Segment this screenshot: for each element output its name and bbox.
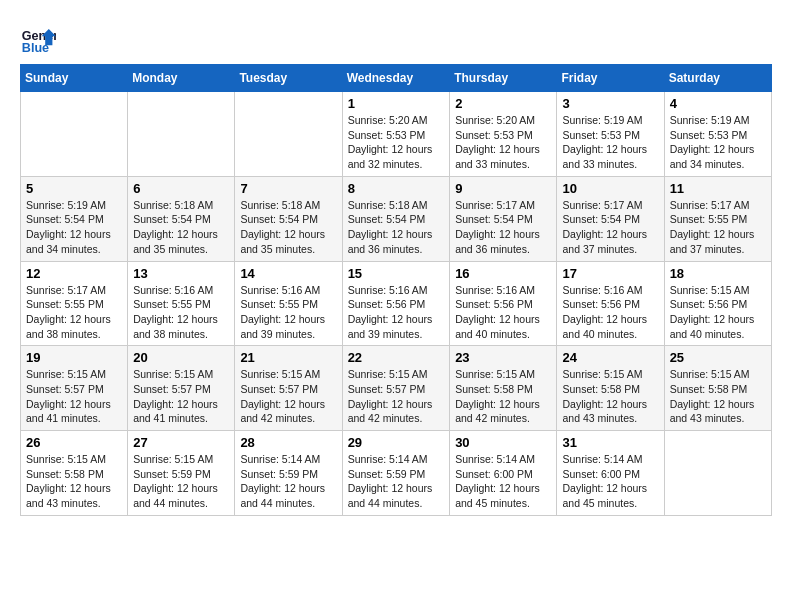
day-info: Sunrise: 5:19 AM Sunset: 5:53 PM Dayligh… (670, 113, 766, 172)
calendar-cell: 16Sunrise: 5:16 AM Sunset: 5:56 PM Dayli… (450, 261, 557, 346)
day-number: 8 (348, 181, 445, 196)
day-info: Sunrise: 5:15 AM Sunset: 5:57 PM Dayligh… (133, 367, 229, 426)
calendar-cell: 19Sunrise: 5:15 AM Sunset: 5:57 PM Dayli… (21, 346, 128, 431)
calendar-cell: 13Sunrise: 5:16 AM Sunset: 5:55 PM Dayli… (128, 261, 235, 346)
calendar-cell: 21Sunrise: 5:15 AM Sunset: 5:57 PM Dayli… (235, 346, 342, 431)
weekday-header-wednesday: Wednesday (342, 65, 450, 92)
day-number: 20 (133, 350, 229, 365)
calendar-cell: 15Sunrise: 5:16 AM Sunset: 5:56 PM Dayli… (342, 261, 450, 346)
logo: General Blue (20, 20, 62, 56)
day-number: 6 (133, 181, 229, 196)
day-info: Sunrise: 5:16 AM Sunset: 5:55 PM Dayligh… (133, 283, 229, 342)
day-number: 4 (670, 96, 766, 111)
day-number: 2 (455, 96, 551, 111)
weekday-header-row: SundayMondayTuesdayWednesdayThursdayFrid… (21, 65, 772, 92)
calendar-cell: 7Sunrise: 5:18 AM Sunset: 5:54 PM Daylig… (235, 176, 342, 261)
day-number: 10 (562, 181, 658, 196)
calendar-cell: 9Sunrise: 5:17 AM Sunset: 5:54 PM Daylig… (450, 176, 557, 261)
day-number: 13 (133, 266, 229, 281)
day-number: 31 (562, 435, 658, 450)
day-info: Sunrise: 5:17 AM Sunset: 5:54 PM Dayligh… (562, 198, 658, 257)
day-info: Sunrise: 5:16 AM Sunset: 5:56 PM Dayligh… (562, 283, 658, 342)
calendar-cell: 11Sunrise: 5:17 AM Sunset: 5:55 PM Dayli… (664, 176, 771, 261)
day-number: 7 (240, 181, 336, 196)
weekday-header-thursday: Thursday (450, 65, 557, 92)
calendar-cell: 8Sunrise: 5:18 AM Sunset: 5:54 PM Daylig… (342, 176, 450, 261)
calendar-cell: 4Sunrise: 5:19 AM Sunset: 5:53 PM Daylig… (664, 92, 771, 177)
calendar-week-row: 26Sunrise: 5:15 AM Sunset: 5:58 PM Dayli… (21, 431, 772, 516)
day-number: 9 (455, 181, 551, 196)
day-info: Sunrise: 5:16 AM Sunset: 5:56 PM Dayligh… (348, 283, 445, 342)
calendar-cell: 17Sunrise: 5:16 AM Sunset: 5:56 PM Dayli… (557, 261, 664, 346)
calendar-week-row: 1Sunrise: 5:20 AM Sunset: 5:53 PM Daylig… (21, 92, 772, 177)
calendar-cell: 23Sunrise: 5:15 AM Sunset: 5:58 PM Dayli… (450, 346, 557, 431)
day-info: Sunrise: 5:14 AM Sunset: 6:00 PM Dayligh… (562, 452, 658, 511)
calendar-cell (128, 92, 235, 177)
calendar-cell: 28Sunrise: 5:14 AM Sunset: 5:59 PM Dayli… (235, 431, 342, 516)
day-number: 22 (348, 350, 445, 365)
day-number: 1 (348, 96, 445, 111)
day-info: Sunrise: 5:19 AM Sunset: 5:54 PM Dayligh… (26, 198, 122, 257)
day-number: 29 (348, 435, 445, 450)
calendar-week-row: 19Sunrise: 5:15 AM Sunset: 5:57 PM Dayli… (21, 346, 772, 431)
day-info: Sunrise: 5:15 AM Sunset: 5:59 PM Dayligh… (133, 452, 229, 511)
day-info: Sunrise: 5:16 AM Sunset: 5:56 PM Dayligh… (455, 283, 551, 342)
day-number: 3 (562, 96, 658, 111)
day-number: 11 (670, 181, 766, 196)
day-number: 23 (455, 350, 551, 365)
calendar-cell: 27Sunrise: 5:15 AM Sunset: 5:59 PM Dayli… (128, 431, 235, 516)
day-info: Sunrise: 5:14 AM Sunset: 5:59 PM Dayligh… (240, 452, 336, 511)
day-number: 17 (562, 266, 658, 281)
day-info: Sunrise: 5:17 AM Sunset: 5:55 PM Dayligh… (670, 198, 766, 257)
calendar-cell: 1Sunrise: 5:20 AM Sunset: 5:53 PM Daylig… (342, 92, 450, 177)
day-number: 15 (348, 266, 445, 281)
day-info: Sunrise: 5:16 AM Sunset: 5:55 PM Dayligh… (240, 283, 336, 342)
calendar-table: SundayMondayTuesdayWednesdayThursdayFrid… (20, 64, 772, 516)
day-info: Sunrise: 5:15 AM Sunset: 5:57 PM Dayligh… (240, 367, 336, 426)
calendar-cell: 5Sunrise: 5:19 AM Sunset: 5:54 PM Daylig… (21, 176, 128, 261)
day-number: 24 (562, 350, 658, 365)
day-number: 25 (670, 350, 766, 365)
svg-text:Blue: Blue (22, 41, 49, 55)
day-info: Sunrise: 5:15 AM Sunset: 5:57 PM Dayligh… (26, 367, 122, 426)
weekday-header-friday: Friday (557, 65, 664, 92)
day-number: 27 (133, 435, 229, 450)
day-info: Sunrise: 5:15 AM Sunset: 5:57 PM Dayligh… (348, 367, 445, 426)
page-header: General Blue (20, 20, 772, 56)
day-info: Sunrise: 5:20 AM Sunset: 5:53 PM Dayligh… (455, 113, 551, 172)
day-number: 30 (455, 435, 551, 450)
calendar-week-row: 5Sunrise: 5:19 AM Sunset: 5:54 PM Daylig… (21, 176, 772, 261)
logo-icon: General Blue (20, 20, 56, 56)
calendar-cell: 10Sunrise: 5:17 AM Sunset: 5:54 PM Dayli… (557, 176, 664, 261)
calendar-cell: 25Sunrise: 5:15 AM Sunset: 5:58 PM Dayli… (664, 346, 771, 431)
weekday-header-saturday: Saturday (664, 65, 771, 92)
calendar-cell: 3Sunrise: 5:19 AM Sunset: 5:53 PM Daylig… (557, 92, 664, 177)
calendar-cell: 6Sunrise: 5:18 AM Sunset: 5:54 PM Daylig… (128, 176, 235, 261)
day-number: 12 (26, 266, 122, 281)
day-number: 18 (670, 266, 766, 281)
calendar-cell (21, 92, 128, 177)
weekday-header-sunday: Sunday (21, 65, 128, 92)
calendar-cell: 22Sunrise: 5:15 AM Sunset: 5:57 PM Dayli… (342, 346, 450, 431)
calendar-cell: 31Sunrise: 5:14 AM Sunset: 6:00 PM Dayli… (557, 431, 664, 516)
day-info: Sunrise: 5:15 AM Sunset: 5:56 PM Dayligh… (670, 283, 766, 342)
day-info: Sunrise: 5:20 AM Sunset: 5:53 PM Dayligh… (348, 113, 445, 172)
day-number: 21 (240, 350, 336, 365)
calendar-cell: 29Sunrise: 5:14 AM Sunset: 5:59 PM Dayli… (342, 431, 450, 516)
day-info: Sunrise: 5:18 AM Sunset: 5:54 PM Dayligh… (348, 198, 445, 257)
day-info: Sunrise: 5:15 AM Sunset: 5:58 PM Dayligh… (562, 367, 658, 426)
day-info: Sunrise: 5:14 AM Sunset: 5:59 PM Dayligh… (348, 452, 445, 511)
calendar-cell: 18Sunrise: 5:15 AM Sunset: 5:56 PM Dayli… (664, 261, 771, 346)
calendar-cell: 14Sunrise: 5:16 AM Sunset: 5:55 PM Dayli… (235, 261, 342, 346)
day-info: Sunrise: 5:15 AM Sunset: 5:58 PM Dayligh… (670, 367, 766, 426)
calendar-week-row: 12Sunrise: 5:17 AM Sunset: 5:55 PM Dayli… (21, 261, 772, 346)
day-number: 16 (455, 266, 551, 281)
calendar-cell (664, 431, 771, 516)
day-number: 19 (26, 350, 122, 365)
day-number: 14 (240, 266, 336, 281)
day-info: Sunrise: 5:14 AM Sunset: 6:00 PM Dayligh… (455, 452, 551, 511)
calendar-cell: 20Sunrise: 5:15 AM Sunset: 5:57 PM Dayli… (128, 346, 235, 431)
weekday-header-tuesday: Tuesday (235, 65, 342, 92)
weekday-header-monday: Monday (128, 65, 235, 92)
day-info: Sunrise: 5:18 AM Sunset: 5:54 PM Dayligh… (133, 198, 229, 257)
